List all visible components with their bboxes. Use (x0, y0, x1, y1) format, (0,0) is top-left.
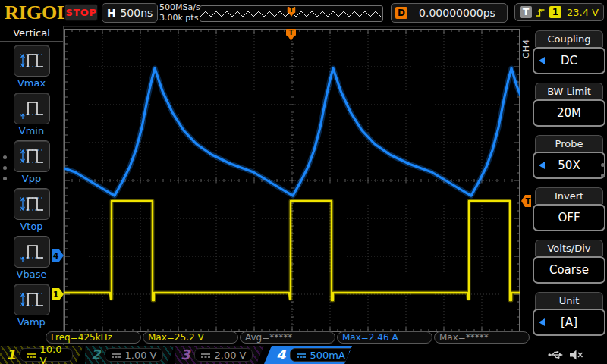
vtop-button[interactable] (14, 188, 50, 220)
unit-label: Unit (535, 292, 603, 309)
coupling-label: Coupling (535, 30, 603, 47)
chevron-left-icon (539, 162, 545, 169)
trigger-source-badge: 1 (549, 6, 561, 18)
channel-1-number: 1 (6, 347, 16, 363)
measurement-slot-1: Freq=425kHz (46, 331, 141, 344)
vmax-button[interactable] (14, 45, 50, 77)
volts-div-label: Volts/Div (535, 240, 603, 256)
dc-coupling-icon (111, 348, 121, 362)
measurement-slot-2: Max=25.2 V (143, 331, 238, 344)
menu-item-invert: InvertOFF (531, 187, 607, 231)
right-page-dot (601, 163, 605, 167)
channel-3-scale: 2.00 V (215, 350, 247, 361)
channel-1-status[interactable]: 110.0 V (0, 346, 83, 364)
vertical-item-vpp: Vpp (0, 137, 63, 185)
measurement-slot-5: Max=***** (434, 331, 530, 344)
channel-status-bar: 110.0 V21.00 V32.00 V4500mAB (0, 346, 607, 364)
channel-2-number: 2 (91, 347, 101, 363)
vamp-label: Vamp (0, 316, 63, 328)
vpp-button[interactable] (14, 140, 50, 172)
vamp-button[interactable] (14, 284, 50, 315)
channel-1-scale-box: 10.0 V (20, 348, 73, 362)
horizontal-timebase[interactable]: H 500ns (102, 3, 158, 23)
menu-item-probe: Probe50X (531, 135, 607, 179)
horizontal-icon: H (107, 7, 116, 19)
unit-value-button[interactable]: [A] (533, 309, 605, 336)
channel-2-status[interactable]: 21.00 V (85, 346, 175, 364)
acquisition-info: 500MSa/s 3.00k pts (159, 2, 200, 24)
left-page-dot (3, 155, 7, 159)
channel-1-scale: 10.0 V (40, 344, 67, 364)
vmax-label: Vmax (0, 77, 63, 89)
bw-limit-label: BW Limit (535, 83, 603, 99)
channel-3-scale-box: 2.00 V (194, 348, 253, 362)
menu-item-bw-limit: BW Limit20M (531, 83, 607, 127)
menu-item-volts-div: Volts/DivCoarse (531, 240, 607, 284)
svg-text:T: T (526, 197, 531, 206)
channel-menu-tab: CH4 (521, 32, 532, 65)
coupling-value-button[interactable]: DC (533, 47, 605, 74)
top-bar: RIGOL STOP H 500ns 500MSa/s 3.00k pts T … (0, 0, 607, 27)
svg-text:T: T (288, 29, 294, 36)
channel-settings-menu: CouplingDCBW Limit20MProbe50XInvertOFFVo… (531, 26, 607, 345)
left-page-dot (3, 177, 7, 180)
speaker-muted-icon (569, 350, 583, 360)
svg-text:1: 1 (53, 290, 59, 300)
timebase-value: 500ns (116, 7, 157, 19)
channel-4-ground-marker[interactable]: 4 (52, 249, 64, 262)
trigger-position-marker[interactable]: T (286, 29, 296, 41)
right-page-dot (601, 174, 605, 177)
invert-label: Invert (535, 187, 603, 204)
brand-logo: RIGOL (5, 2, 71, 24)
vertical-item-vmax: Vmax (0, 42, 63, 89)
preview-trigger-marker[interactable]: T (288, 5, 296, 15)
measurement-results-bar: Freq=425kHzMax=25.2 VAvg=*****Max=2.46 A… (46, 331, 530, 344)
vbase-label: Vbase (0, 268, 63, 280)
delay-value: 0.00000000ps (407, 7, 507, 19)
probe-label: Probe (535, 135, 603, 152)
chevron-left-icon (539, 57, 545, 64)
vbase-button[interactable] (14, 236, 50, 268)
waveform-preview-bar[interactable]: T (200, 5, 383, 22)
channel-3-number: 3 (181, 347, 190, 363)
graticule-area: T (64, 29, 520, 332)
bw-limit-value-button[interactable]: 20M (533, 99, 605, 127)
channel-2-scale: 1.00 V (125, 350, 157, 361)
bw-limit-badge: B (349, 350, 360, 360)
chevron-left-icon (539, 318, 545, 326)
channel-4-scale-box: 500mAB (290, 348, 366, 362)
channel-4-status[interactable]: 4500mAB (264, 346, 352, 364)
dc-coupling-icon (200, 348, 211, 362)
delay-readout: D 0.00000000ps (391, 3, 508, 23)
vertical-menu-title: Vertical (0, 26, 63, 42)
vmin-button[interactable] (14, 93, 50, 124)
menu-item-coupling: CouplingDC (531, 30, 607, 74)
probe-value-button[interactable]: 50X (533, 152, 605, 179)
vpp-label: Vpp (0, 173, 63, 184)
dc-coupling-icon (26, 348, 36, 362)
trigger-icon: T (520, 6, 532, 18)
left-page-dot (3, 166, 7, 170)
trigger-slope-icon (536, 7, 546, 17)
channel-3-status[interactable]: 32.00 V (175, 346, 264, 364)
vertical-menu-items: VmaxVminVppVtopVbaseVamp (0, 42, 63, 328)
measurement-slot-3: Avg=***** (240, 331, 335, 344)
trigger-readout: T 1 23.4 V (514, 3, 604, 21)
trigger-level-value: 23.4 V (565, 7, 599, 18)
vertical-item-vtop: Vtop (0, 185, 63, 233)
vertical-item-vmin: Vmin (0, 89, 63, 137)
channel-4-number: 4 (276, 347, 286, 363)
invert-value-button[interactable]: OFF (533, 204, 605, 231)
channel-2-scale-box: 1.00 V (105, 348, 163, 362)
oscilloscope-screen: { "top_bar": { "brand": "RIGOL", "run_st… (0, 0, 607, 364)
memory-depth: 3.00k pts (159, 13, 200, 24)
channel-1-ground-marker[interactable]: 1 (52, 288, 64, 300)
volts-div-value-button[interactable]: Coarse (533, 256, 605, 284)
svg-text:T: T (289, 7, 294, 14)
run-state-button[interactable]: STOP (64, 4, 98, 21)
waveform-display: T (64, 29, 520, 332)
dc-coupling-icon (296, 348, 307, 362)
svg-text:4: 4 (53, 251, 59, 261)
vtop-label: Vtop (0, 221, 63, 232)
measurement-slot-4: Max=2.46 A (337, 331, 432, 344)
